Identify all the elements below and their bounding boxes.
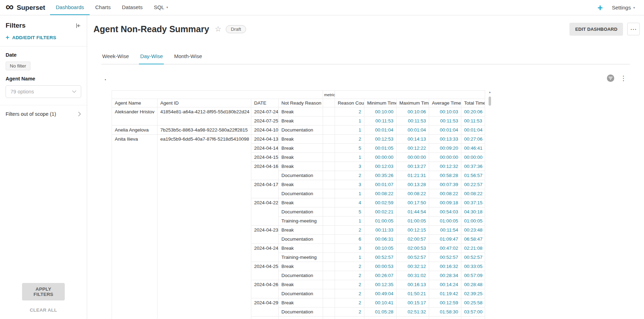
reason-count-cell: 1 xyxy=(335,217,364,226)
reason-count-cell: 1 xyxy=(335,116,364,126)
filters-out-of-scope-row[interactable]: Filters out of scope (1) xyxy=(0,105,87,123)
reason-count-cell: 2 xyxy=(335,307,364,317)
metric-spacer-cell xyxy=(323,189,335,198)
min-time-cell: 00:49:04 xyxy=(364,289,397,298)
new-item-button[interactable]: + xyxy=(597,3,603,12)
reason-cell: Break xyxy=(279,144,323,153)
chart-filter-indicator-button[interactable] xyxy=(607,74,615,82)
caret-down-icon: ▾ xyxy=(166,6,168,9)
settings-menu[interactable]: Settings ▾ xyxy=(612,5,635,10)
max-time-cell: 00:17:50 xyxy=(397,198,429,207)
apply-filters-button[interactable]: APPLY FILTERS xyxy=(22,283,65,300)
settings-label: Settings xyxy=(612,5,631,10)
date-cell: 2024-04-22 xyxy=(251,198,279,226)
metric-spacer-cell xyxy=(323,180,335,189)
tab-day-wise[interactable]: Day-Wise xyxy=(139,48,164,64)
total-time-cell: 00:37:15 xyxy=(461,198,485,207)
min-time-cell: 01:05:28 xyxy=(364,307,397,317)
reason-count-cell: 6 xyxy=(335,235,364,244)
date-cell: 2024-07-24 xyxy=(251,107,279,116)
superset-logo[interactable]: ∞ Superset xyxy=(6,0,45,15)
max-time-cell: 02:00:57 xyxy=(397,235,429,244)
reason-cell: Documentation xyxy=(279,289,323,298)
date-cell: 2024-04-24 xyxy=(251,244,279,262)
max-time-cell: 00:11:53 xyxy=(397,116,429,126)
edit-dashboard-button[interactable]: EDIT DASHBOARD xyxy=(569,23,623,36)
main-nav: Dashboards Charts Datasets SQL ▾ xyxy=(50,0,174,15)
reason-cell: Break xyxy=(279,135,323,144)
min-time-cell: 00:10:00 xyxy=(364,107,397,116)
metric-spacer-cell xyxy=(323,116,335,126)
metric-axis-label: metric xyxy=(323,91,335,99)
metric-spacer-cell xyxy=(323,244,335,253)
avg-time-cell: 00:12:32 xyxy=(429,162,461,171)
dashboard-more-button[interactable]: ⋯ xyxy=(627,23,640,35)
max-time-cell: 01:50:21 xyxy=(397,289,429,298)
reason-cell: Documentation xyxy=(279,235,323,244)
header-blank-cell xyxy=(112,91,323,99)
agent-name-filter-label: Agent Name xyxy=(6,76,81,81)
collapse-sidebar-button[interactable] xyxy=(75,23,81,29)
filters-out-of-scope-label: Filters out of scope (1) xyxy=(6,111,56,117)
top-navbar: ∞ Superset Dashboards Charts Datasets SQ… xyxy=(0,0,644,15)
min-time-cell: 01:00:05 xyxy=(364,217,397,226)
nav-item-charts[interactable]: Charts xyxy=(90,0,116,15)
column-header: Agent ID xyxy=(158,99,251,107)
avg-time-cell: 00:14:24 xyxy=(429,280,461,289)
ellipsis-icon: ⋯ xyxy=(630,25,637,33)
filters-sidebar: Filters + ADD/EDIT FILTERS Date No filte… xyxy=(0,15,87,319)
favorite-star-icon[interactable]: ☆ xyxy=(215,25,222,33)
metric-column-header: Average Time xyxy=(429,99,461,107)
max-time-cell: 00:10:06 xyxy=(397,107,429,116)
table-scrollbar[interactable]: ▲ xyxy=(488,91,492,319)
min-time-cell: 00:01:04 xyxy=(364,126,397,135)
reason-count-cell: 2 xyxy=(335,298,364,307)
metric-spacer-cell xyxy=(323,135,335,144)
caret-down-icon: ▾ xyxy=(633,6,635,9)
avg-time-cell: 00:07:39 xyxy=(429,180,461,189)
reason-cell: Break xyxy=(279,317,323,319)
total-time-cell: 00:46:41 xyxy=(461,144,485,153)
reason-cell: Documentation xyxy=(279,307,323,317)
avg-time-cell: 00:11:53 xyxy=(429,116,461,126)
reason-count-cell: 3 xyxy=(335,180,364,189)
date-filter-value-chip[interactable]: No filter xyxy=(6,62,30,70)
dashboard-main: Agent Non-Ready Summary ☆ Draft EDIT DAS… xyxy=(87,15,644,319)
total-time-cell: 00:25:58 xyxy=(461,298,485,307)
avg-time-cell: 00:47:02 xyxy=(429,244,461,253)
reason-count-cell: 2 xyxy=(335,135,364,144)
add-edit-filters-label: ADD/EDIT FILTERS xyxy=(12,35,56,40)
scroll-up-arrow-icon[interactable]: ▲ xyxy=(489,91,491,94)
max-time-cell: 02:51:32 xyxy=(397,307,429,317)
date-cell: 2024-05-01 xyxy=(251,317,279,319)
draft-status-badge: Draft xyxy=(226,25,246,33)
pivot-table: metricAgent NameAgent IDDATENot Ready Re… xyxy=(112,90,485,319)
nav-item-datasets[interactable]: Datasets xyxy=(116,0,148,15)
max-time-cell: 00:14:13 xyxy=(397,135,429,144)
agent-name-select[interactable]: 79 options xyxy=(6,85,81,98)
date-cell: 2024-04-15 xyxy=(251,153,279,162)
nav-item-sql[interactable]: SQL ▾ xyxy=(148,0,174,15)
add-edit-filters-button[interactable]: + ADD/EDIT FILTERS xyxy=(6,34,81,41)
chart-kebab-menu-button[interactable]: ⋮ xyxy=(619,74,628,82)
tab-week-wise[interactable]: Week-Wise xyxy=(101,48,130,64)
min-time-cell: 00:01:05 xyxy=(364,144,397,153)
avg-time-cell: 00:01:04 xyxy=(429,126,461,135)
max-time-cell: 00:08:22 xyxy=(397,189,429,198)
reason-cell: Break xyxy=(279,226,323,235)
total-time-cell: 00:23:48 xyxy=(461,226,485,235)
scrollbar-thumb[interactable] xyxy=(489,97,491,106)
tab-month-wise[interactable]: Month-Wise xyxy=(173,48,203,64)
avg-time-cell: 00:08:22 xyxy=(429,189,461,198)
pivot-table-container: metricAgent NameAgent IDDATENot Ready Re… xyxy=(112,90,493,319)
nav-item-dashboards[interactable]: Dashboards xyxy=(50,0,90,15)
date-cell: 2024-04-10 xyxy=(251,126,279,135)
reason-cell: Training-meeting xyxy=(279,217,323,226)
reason-count-cell: 2 xyxy=(335,289,364,298)
min-time-cell: 00:52:57 xyxy=(364,253,397,262)
clear-all-button[interactable]: CLEAR ALL xyxy=(30,307,57,313)
date-cell: 2024-04-29 xyxy=(251,298,279,317)
max-time-cell: 01:44:54 xyxy=(397,207,429,217)
date-cell: 2024-04-13 xyxy=(251,135,279,144)
reason-count-cell: 3 xyxy=(335,162,364,171)
